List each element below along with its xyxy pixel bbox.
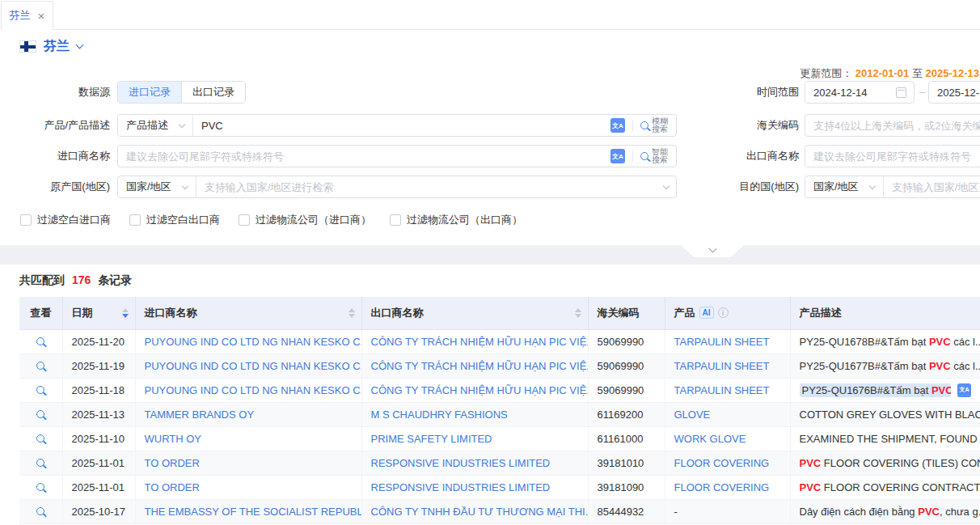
sort-control-date[interactable] — [122, 308, 129, 318]
ai-badge: AI — [699, 307, 714, 319]
exporter-link[interactable]: PRIME SAFETY LIMITED — [371, 433, 492, 445]
importer-link[interactable]: TO ORDER — [145, 481, 200, 493]
exporter-link[interactable]: RESPONSIVE INDUSTRIES LIMITED — [371, 457, 551, 469]
destination-input[interactable] — [884, 176, 980, 197]
product-link[interactable]: TARPAULIN SHEET — [674, 336, 770, 348]
date-to-input[interactable] — [929, 82, 980, 103]
translate-icon[interactable] — [610, 118, 625, 133]
destination-label: 目的国(地区) — [702, 176, 799, 198]
product-link[interactable]: TARPAULIN SHEET — [674, 384, 770, 396]
exporter-link[interactable]: CÔNG TY TRÁCH NHIỆM HỮU HẠN PIC VIỆ... — [371, 384, 589, 396]
product-link[interactable]: WORK GLOVE — [674, 433, 746, 445]
hs-code-cell: 59069990 — [588, 378, 665, 402]
view-record-icon[interactable] — [36, 459, 44, 467]
fuzzy-search-button[interactable]: 模糊搜索 — [652, 117, 669, 133]
close-icon[interactable]: × — [38, 10, 45, 22]
search-icon — [640, 152, 648, 160]
translate-icon[interactable] — [610, 149, 625, 163]
panel-gap — [0, 245, 980, 265]
exporter-link[interactable]: CÔNG TY TRÁCH NHIỆM HỮU HẠN PIC VIỆ... — [371, 360, 589, 372]
hs-code-label: 海关编码 — [702, 114, 799, 137]
importer-link[interactable]: PUYOUNG IND CO LTD NG NHAN KESKO C... — [145, 360, 362, 372]
importer-link[interactable]: WURTH OY — [145, 433, 202, 445]
view-record-icon[interactable] — [36, 410, 44, 418]
product-cell: WORK GLOVE — [665, 426, 790, 451]
product-link[interactable]: FLOOR COVERING — [674, 481, 770, 493]
translate-icon[interactable] — [957, 383, 971, 397]
smart-search-button[interactable]: 智能搜索 — [652, 148, 669, 164]
product-link[interactable]: GLOVE — [674, 409, 711, 421]
importer-cell: TAMMER BRANDS OY — [135, 402, 361, 426]
filter-blank-exporter[interactable]: 过滤空白出口商 — [129, 213, 220, 227]
product-link[interactable]: TARPAULIN SHEET — [674, 360, 770, 372]
product-search-input[interactable] — [193, 115, 610, 136]
chevron-down-icon — [181, 182, 188, 188]
description-cell: PVC FLOOR COVERING CONTRACT F... — [790, 475, 980, 499]
product-link[interactable]: FLOOR COVERING — [674, 457, 770, 469]
importer-link[interactable]: PUYOUNG IND CO LTD NG NHAN KESKO C... — [145, 384, 362, 396]
date-cell: 2025-11-13 — [62, 402, 135, 426]
view-cell — [19, 354, 62, 378]
description-cell: PY25-QU1678B#&Tấm bạt PVC các l... — [790, 329, 980, 354]
origin-type-select[interactable]: 国家/地区 — [118, 176, 196, 197]
hs-code-input[interactable] — [805, 115, 980, 136]
col-product-label: 产品 — [674, 306, 695, 320]
update-range: 更新范围： 2012-01-01 至 2025-12-13 — [800, 66, 979, 81]
view-record-icon[interactable] — [36, 507, 44, 515]
chevron-down-icon[interactable] — [663, 182, 670, 188]
table-row: 2025-10-17THE EMBASSY OF THE SOCIALIST R… — [19, 499, 980, 523]
importer-cell: PUYOUNG IND CO LTD NG NHAN KESKO C... — [135, 329, 361, 354]
importer-link[interactable]: TAMMER BRANDS OY — [145, 409, 255, 421]
checkbox[interactable] — [20, 214, 32, 226]
checkbox[interactable] — [129, 214, 141, 226]
exporter-cell: CÔNG TY TNHH ĐẦU TƯ THƯƠNG MẠI THI... — [361, 499, 588, 523]
filter-logistics-exporter[interactable]: 过滤物流公司（出口商） — [390, 213, 522, 227]
country-selector[interactable]: 芬兰 — [19, 38, 82, 55]
checkbox[interactable] — [239, 214, 250, 226]
sort-control-importer[interactable] — [348, 308, 355, 318]
sort-control-exporter[interactable] — [575, 308, 581, 318]
origin-input[interactable] — [196, 176, 664, 197]
info-icon[interactable]: i — [718, 307, 729, 318]
view-record-icon[interactable] — [36, 483, 44, 491]
product-cell: FLOOR COVERING — [665, 475, 790, 499]
view-record-icon[interactable] — [36, 362, 44, 370]
importer-input[interactable] — [118, 146, 610, 167]
importer-link[interactable]: TO ORDER — [145, 457, 200, 469]
tab-import-records[interactable]: 进口记录 — [118, 82, 181, 103]
filter-blank-importer[interactable]: 过滤空白进口商 — [20, 213, 111, 227]
exporter-cell: CÔNG TY TRÁCH NHIỆM HỮU HẠN PIC VIỆ... — [361, 354, 588, 378]
divider — [632, 120, 633, 131]
date-range-separator: – — [919, 81, 925, 104]
filter-logistics-importer[interactable]: 过滤物流公司（进口商） — [239, 213, 371, 227]
update-range-to: 2025-12-13 — [926, 67, 980, 79]
view-record-icon[interactable] — [36, 337, 44, 345]
exporter-input[interactable] — [805, 146, 980, 167]
col-hs-code: 海关编码 — [588, 297, 665, 329]
date-from-input[interactable] — [805, 82, 896, 103]
exporter-link[interactable]: CÔNG TY TNHH ĐẦU TƯ THƯƠNG MẠI THI... — [371, 506, 589, 518]
exporter-link[interactable]: RESPONSIVE INDUSTRIES LIMITED — [371, 481, 551, 493]
view-record-icon[interactable] — [36, 434, 44, 442]
trade-data-app: 芬兰 × 芬兰 更新范围： 2012-01-01 至 2025-12-13 数据… — [0, 0, 980, 525]
exporter-field — [805, 145, 980, 167]
product-cell: - — [665, 499, 790, 523]
date-cell: 2025-11-18 — [62, 378, 135, 402]
exporter-link[interactable]: CÔNG TY TRÁCH NHIỆM HỮU HẠN PIC VIỆ... — [371, 336, 589, 348]
data-source-label: 数据源 — [0, 81, 110, 104]
checkbox[interactable] — [390, 214, 401, 226]
summary-count: 176 — [72, 273, 91, 286]
exporter-link[interactable]: M S CHAUDHRY FASHIONS — [371, 409, 508, 421]
destination-type-value: 国家/地区 — [813, 180, 859, 194]
checkbox-label: 过滤空白进口商 — [37, 213, 111, 227]
chevron-down-icon — [868, 182, 875, 188]
importer-link[interactable]: THE EMBASSY OF THE SOCIALIST REPUBLIC... — [145, 506, 362, 518]
destination-type-select[interactable]: 国家/地区 — [805, 176, 884, 197]
product-type-select[interactable]: 产品描述 — [118, 115, 193, 136]
product-cell: TARPAULIN SHEET — [665, 354, 790, 378]
tab-export-records[interactable]: 出口记录 — [181, 82, 245, 103]
date-cell: 2025-11-19 — [62, 354, 135, 378]
tab-finland[interactable]: 芬兰 × — [1, 1, 53, 30]
view-record-icon[interactable] — [36, 386, 44, 394]
importer-link[interactable]: PUYOUNG IND CO LTD NG NHAN KESKO C... — [145, 336, 362, 348]
